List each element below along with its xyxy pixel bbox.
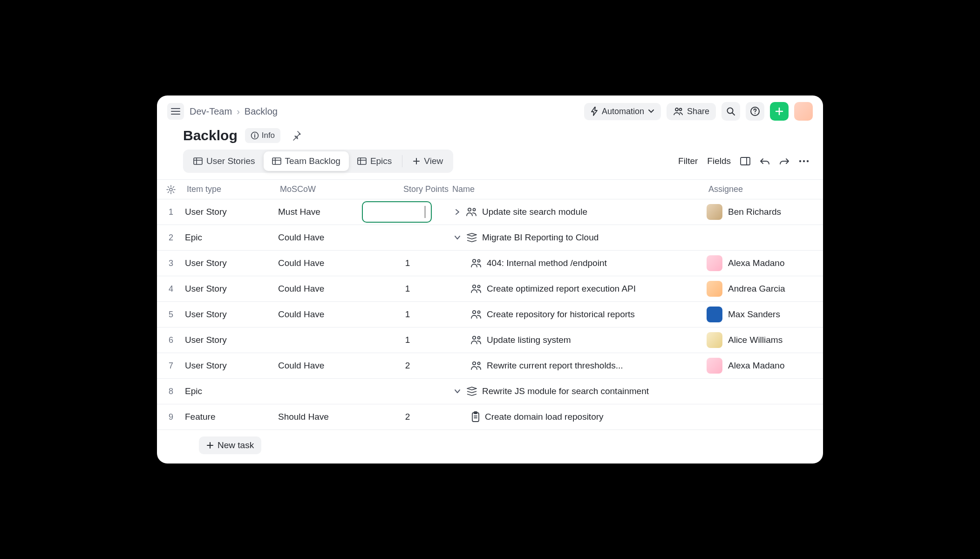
cell-item-type[interactable]: User Story — [185, 258, 278, 268]
svg-point-25 — [473, 362, 476, 365]
cell-name[interactable]: 404: Internal method /endpoint — [450, 258, 707, 268]
breadcrumb-section[interactable]: Backlog — [245, 106, 278, 117]
cell-assignee[interactable]: Andrea Garcia — [707, 281, 823, 297]
info-button[interactable]: Info — [245, 128, 280, 143]
cell-name[interactable]: Create repository for historical reports — [450, 309, 707, 320]
fields-button[interactable]: Fields — [707, 156, 731, 166]
row-number: 7 — [157, 361, 185, 371]
cell-name[interactable]: Create optimized report execution API — [450, 284, 707, 294]
table-row[interactable]: 7User StoryCould Have2Rewrite current re… — [157, 353, 823, 379]
info-icon — [251, 131, 259, 140]
tabs-group: User Stories Team Backlog Epics View — [183, 150, 453, 173]
table-header: Item type MoSCoW Story Points Name Assig… — [157, 179, 823, 199]
table-row[interactable]: 4User StoryCould Have1Create optimized r… — [157, 276, 823, 302]
cell-story-points[interactable]: 1 — [376, 335, 450, 345]
redo-button[interactable] — [779, 157, 789, 165]
assignee-avatar — [707, 281, 722, 297]
cell-name[interactable]: Update site search module — [450, 207, 707, 217]
filter-button[interactable]: Filter — [678, 156, 698, 166]
cell-story-points[interactable]: 1 — [376, 284, 450, 294]
col-item-type[interactable]: Item type — [185, 184, 278, 194]
epic-icon — [466, 232, 477, 243]
cell-item-type[interactable]: Epic — [185, 232, 278, 243]
chevron-right-icon[interactable] — [453, 209, 462, 215]
chevron-down-icon[interactable] — [453, 389, 462, 394]
col-moscow[interactable]: MoSCoW — [278, 184, 376, 194]
cell-assignee[interactable]: Ben Richards — [707, 204, 823, 220]
cell-name[interactable]: Create domain load repository — [450, 411, 707, 423]
plus-icon — [775, 107, 784, 116]
tab-team-backlog[interactable]: Team Backlog — [264, 151, 349, 171]
table-settings-button[interactable] — [157, 185, 185, 194]
hamburger-button[interactable] — [167, 103, 184, 120]
table-row[interactable]: 5User StoryCould Have1Create repository … — [157, 302, 823, 327]
pin-button[interactable] — [288, 127, 305, 144]
cell-story-points[interactable]: 1 — [376, 309, 450, 320]
cell-assignee[interactable]: Alexa Madano — [707, 358, 823, 374]
svg-point-0 — [675, 108, 678, 111]
table-row[interactable]: 6User Story1Update listing systemAlice W… — [157, 327, 823, 353]
tab-user-stories[interactable]: User Stories — [185, 151, 264, 171]
table-row[interactable]: 9FeatureShould Have2Create domain load r… — [157, 404, 823, 430]
cell-item-type[interactable]: Epic — [185, 386, 278, 396]
cell-moscow[interactable]: Must Have — [278, 207, 376, 217]
row-number: 9 — [157, 412, 185, 422]
cell-story-points[interactable]: 1 — [376, 258, 450, 268]
help-button[interactable] — [746, 102, 764, 121]
layout-button[interactable] — [740, 157, 750, 165]
cell-moscow[interactable]: Could Have — [278, 309, 376, 320]
task-name: Create domain load repository — [485, 412, 604, 422]
search-button[interactable] — [721, 102, 740, 121]
user-avatar[interactable] — [794, 102, 813, 121]
col-assignee[interactable]: Assignee — [707, 184, 823, 194]
add-button[interactable] — [770, 102, 789, 121]
automation-button[interactable]: Automation — [584, 103, 661, 120]
cell-moscow[interactable]: Could Have — [278, 284, 376, 294]
table-row[interactable]: 8EpicRewrite JS module for search contai… — [157, 379, 823, 404]
tab-epics[interactable]: Epics — [349, 151, 400, 171]
cell-assignee[interactable]: Max Sanders — [707, 307, 823, 322]
col-name[interactable]: Name — [450, 184, 707, 194]
svg-point-15 — [468, 208, 471, 211]
cell-assignee[interactable]: Alice Williams — [707, 332, 823, 348]
cell-item-type[interactable]: User Story — [185, 335, 278, 345]
app-window: Dev-Team › Backlog Automation Share Back… — [157, 95, 823, 464]
tabs-row: User Stories Team Backlog Epics View Fil… — [157, 150, 823, 173]
cell-story-points[interactable]: 2 — [376, 412, 450, 422]
more-button[interactable] — [799, 160, 809, 163]
cell-name[interactable]: Migrate BI Reporting to Cloud — [450, 232, 707, 243]
share-button[interactable]: Share — [667, 103, 716, 120]
story-points-input[interactable] — [362, 201, 432, 223]
people-icon — [673, 107, 683, 116]
table-row[interactable]: 3User StoryCould Have1404: Internal meth… — [157, 251, 823, 276]
tab-add-view[interactable]: View — [404, 151, 451, 171]
story-icon — [471, 335, 482, 345]
assignee-name: Max Sanders — [728, 309, 780, 320]
help-icon — [750, 106, 760, 116]
cell-item-type[interactable]: User Story — [185, 361, 278, 371]
assignee-name: Andrea Garcia — [728, 284, 785, 294]
cell-moscow[interactable]: Could Have — [278, 361, 376, 371]
cell-story-points[interactable] — [376, 201, 450, 223]
cell-moscow[interactable]: Could Have — [278, 258, 376, 268]
breadcrumb: Dev-Team › Backlog — [190, 106, 278, 117]
cell-moscow[interactable]: Should Have — [278, 412, 376, 422]
cell-item-type[interactable]: Feature — [185, 412, 278, 422]
new-task-button[interactable]: New task — [199, 436, 261, 454]
cell-name[interactable]: Rewrite current report thresholds... — [450, 361, 707, 371]
cell-name[interactable]: Update listing system — [450, 335, 707, 345]
cell-assignee[interactable]: Alexa Madano — [707, 255, 823, 271]
svg-point-17 — [473, 259, 476, 262]
undo-button[interactable] — [760, 157, 770, 165]
cell-name[interactable]: Rewrite JS module for search containment — [450, 386, 707, 396]
cell-story-points[interactable]: 2 — [376, 361, 450, 371]
cell-item-type[interactable]: User Story — [185, 284, 278, 294]
table-row[interactable]: 1User StoryMust HaveUpdate site search m… — [157, 199, 823, 225]
table-row[interactable]: 2EpicCould HaveMigrate BI Reporting to C… — [157, 225, 823, 251]
chevron-down-icon[interactable] — [453, 235, 462, 240]
breadcrumb-project[interactable]: Dev-Team — [190, 106, 232, 117]
cell-moscow[interactable]: Could Have — [278, 232, 376, 243]
col-story-points[interactable]: Story Points — [376, 184, 450, 194]
cell-item-type[interactable]: User Story — [185, 309, 278, 320]
cell-item-type[interactable]: User Story — [185, 207, 278, 217]
